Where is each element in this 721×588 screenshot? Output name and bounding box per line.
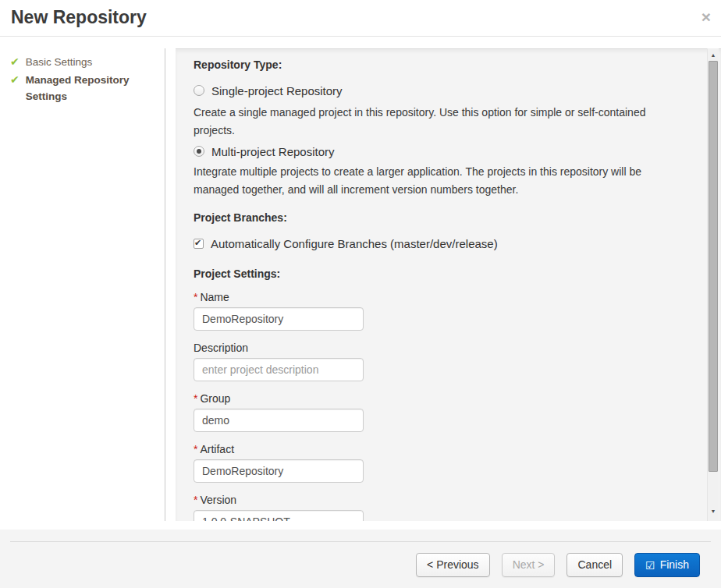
project-settings-heading: Project Settings:: [194, 266, 721, 282]
footer-divider: [10, 541, 711, 542]
close-icon[interactable]: ×: [701, 9, 711, 25]
single-project-help-text: Create a single managed project in this …: [194, 104, 680, 140]
radio-label: Multi-project Repository: [211, 145, 335, 158]
required-marker: *: [194, 392, 197, 405]
finish-button[interactable]: ☑ Finish: [634, 553, 700, 577]
single-project-repository-option[interactable]: Single-project Repository: [194, 82, 721, 99]
single-project-radio[interactable]: [194, 85, 204, 96]
checkbox-label: Automatically Configure Branches (master…: [211, 237, 498, 250]
name-input[interactable]: [194, 307, 364, 331]
group-field-label: *Group: [194, 391, 721, 406]
auto-configure-branches-checkbox[interactable]: [194, 239, 204, 249]
auto-configure-branches-option[interactable]: Automatically Configure Branches (master…: [194, 235, 721, 252]
footer-button-row: < Previous Next > Cancel ☑ Finish: [416, 553, 700, 577]
required-marker: *: [194, 494, 197, 506]
scroll-down-icon[interactable]: ▼: [708, 505, 719, 516]
scroll-up-icon[interactable]: ▲: [708, 49, 719, 60]
modal-header: New Repository ×: [0, 0, 721, 37]
sidebar-divider: [165, 48, 165, 521]
multi-project-repository-option[interactable]: Multi-project Repository: [194, 143, 721, 160]
step-label: Managed Repository Settings: [26, 72, 143, 104]
radio-label: Single-project Repository: [211, 84, 343, 97]
wizard-steps-sidebar: ✔ Basic Settings ✔ Managed Repository Se…: [0, 37, 165, 521]
artifact-field-label: *Artifact: [194, 441, 721, 457]
required-marker: *: [194, 291, 197, 303]
check-icon: ✔: [10, 54, 20, 70]
repository-type-heading: Repository Type:: [194, 57, 721, 73]
next-button[interactable]: Next >: [502, 553, 556, 577]
finish-check-icon: ☑: [645, 560, 655, 571]
required-marker: *: [194, 443, 197, 455]
description-input[interactable]: [194, 358, 364, 381]
version-input[interactable]: [194, 510, 364, 521]
group-input[interactable]: [194, 409, 364, 432]
version-field-label: *Version: [194, 492, 721, 508]
check-icon: ✔: [10, 72, 20, 88]
page-title: New Repository: [11, 7, 147, 28]
artifact-input[interactable]: [194, 459, 364, 483]
cancel-button[interactable]: Cancel: [566, 553, 623, 577]
description-field-label: Description: [194, 340, 721, 356]
multi-project-radio[interactable]: [194, 146, 204, 157]
wizard-content-panel: Repository Type: Single-project Reposito…: [176, 48, 721, 521]
finish-button-label: Finish: [660, 554, 689, 576]
step-label: Basic Settings: [26, 54, 93, 70]
multi-project-help-text: Integrate multiple projects to create a …: [194, 163, 680, 199]
name-field-label: *Name: [194, 289, 721, 305]
vertical-scrollbar[interactable]: ▲ ▼: [707, 48, 719, 521]
sidebar-item-managed-repository-settings[interactable]: ✔ Managed Repository Settings: [0, 71, 165, 105]
previous-button[interactable]: < Previous: [416, 553, 490, 577]
modal-footer: < Previous Next > Cancel ☑ Finish: [0, 530, 721, 588]
scrollbar-thumb[interactable]: [709, 61, 718, 472]
sidebar-item-basic-settings[interactable]: ✔ Basic Settings: [0, 53, 165, 71]
project-branches-heading: Project Branches:: [194, 210, 721, 225]
